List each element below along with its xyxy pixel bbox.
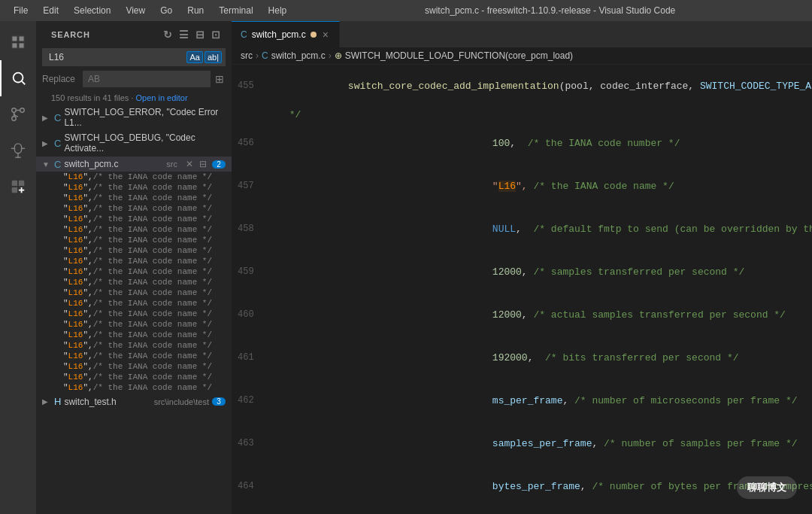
result-item-14[interactable]: "L16", /* the IANA code name */: [36, 309, 232, 319]
sidebar: SEARCH ↻ ☰ ⊟ ⊡ Aa ab| Replace: [36, 21, 232, 514]
result-item-5[interactable]: "L16", /* the IANA code name */: [36, 214, 232, 224]
clear-results-icon[interactable]: ☰: [177, 27, 191, 42]
activity-source-control[interactable]: [0, 96, 36, 132]
line-number-465: 465: [232, 508, 266, 514]
search-header-icons: ↻ ☰ ⊟ ⊡: [162, 27, 223, 42]
result-item-16[interactable]: "L16", /* the IANA code name */: [36, 330, 232, 340]
search-input-wrapper: Aa ab|: [42, 48, 226, 66]
line-number-461: 461: [232, 336, 266, 379]
chevron-right-icon-2: ▶: [42, 139, 51, 148]
code-line-456: 456 100, /* the IANA code number */: [232, 122, 812, 165]
result-item-10[interactable]: "L16", /* the IANA code name */: [36, 266, 232, 277]
svg-rect-9: [12, 181, 17, 186]
result-item-17[interactable]: "L16", /* the IANA code name */: [36, 340, 232, 351]
code-editor[interactable]: 455 switch_core_codec_add_implementation…: [232, 65, 812, 514]
chevron-down-icon: ▼: [42, 160, 51, 169]
line-number: 455: [232, 65, 266, 108]
breadcrumb: src › C switch_pcm.c › ⊕ SWITCH_MODULE_L…: [232, 47, 812, 65]
menu-go[interactable]: Go: [153, 2, 180, 19]
editor-area: C switch_pcm.c × src › C switch_pcm.c › …: [232, 21, 812, 514]
result-count-badge: 2: [212, 160, 226, 169]
result-item-2[interactable]: "L16", /* the IANA code name */: [36, 182, 232, 193]
replace-input[interactable]: [83, 71, 211, 87]
activity-debug[interactable]: [0, 132, 36, 169]
refresh-results-icon[interactable]: ↻: [162, 27, 174, 42]
result-item-15[interactable]: "L16", /* the IANA code name */: [36, 319, 232, 330]
result-item-7[interactable]: "L16", /* the IANA code name */: [36, 235, 232, 245]
line-content-461: 192000, /* bits transferred per second *…: [266, 336, 812, 379]
result-item-8[interactable]: "L16", /* the IANA code name */: [36, 245, 232, 256]
result-item-21[interactable]: "L16", /* the IANA code name */: [36, 382, 232, 393]
code-line-continue: */: [232, 108, 812, 122]
result-item-9[interactable]: "L16", /* the IANA code name */: [36, 256, 232, 266]
result-filename-pcm: switch_pcm.c: [64, 159, 160, 169]
line-number-460: 460: [232, 293, 266, 336]
replace-all-button[interactable]: ⊞: [214, 71, 226, 87]
result-item-1[interactable]: "L16", /* the IANA code name */: [36, 172, 232, 182]
c-tab-icon: C: [241, 29, 247, 40]
breadcrumb-src[interactable]: src: [241, 50, 253, 61]
line-content-460: 12000, /* actual samples transferred per…: [266, 293, 812, 336]
menu-edit[interactable]: Edit: [35, 2, 66, 19]
search-input[interactable]: [46, 50, 186, 64]
result-item-19[interactable]: "L16", /* the IANA code name */: [36, 361, 232, 372]
result-item-6[interactable]: "L16", /* the IANA code name */: [36, 224, 232, 235]
search-options: Aa ab|: [186, 51, 222, 63]
chevron-right-icon-3: ▶: [42, 397, 51, 406]
result-item-20[interactable]: "L16", /* the IANA code name */: [36, 372, 232, 382]
line-content-464: bytes_per_frame, /* number of bytes per …: [266, 465, 812, 508]
breadcrumb-sep-1: ›: [256, 50, 259, 61]
svg-rect-11: [12, 187, 17, 193]
line-content-465: bytes_per_frame, /* number of bytes per …: [266, 508, 812, 514]
result-file-header-switch-pcm[interactable]: ▼ C switch_pcm.c src ✕ ⊟ 2: [36, 157, 232, 172]
menu-run[interactable]: Run: [180, 2, 211, 19]
result-item-12[interactable]: "L16", /* the IANA code name */: [36, 287, 232, 298]
breadcrumb-func-icon: ⊕: [335, 50, 342, 61]
result-item-18[interactable]: "L16", /* the IANA code name */: [36, 351, 232, 361]
result-file-group-switch-log-debug: ▶ C SWITCH_LOG_DEBUG, "Codec Activate...: [36, 131, 232, 155]
result-file-header-switch-log-error[interactable]: ▶ C SWITCH_LOG_ERROR, "Codec Error L1...: [36, 105, 232, 129]
collapse-all-icon[interactable]: ⊟: [194, 27, 207, 42]
code-line-464: 464 bytes_per_frame, /* number of bytes …: [232, 465, 812, 508]
line-number-464: 464: [232, 465, 266, 508]
tab-filename: switch_pcm.c: [252, 29, 306, 40]
match-case-button[interactable]: Aa: [186, 51, 202, 63]
tab-close-button[interactable]: ×: [321, 29, 330, 41]
tabs-bar: C switch_pcm.c ×: [232, 21, 812, 47]
activity-search[interactable]: [0, 60, 36, 96]
svg-point-4: [12, 117, 17, 121]
c-file-icon-2: C: [54, 138, 61, 149]
result-file-header-switch-log-debug[interactable]: ▶ C SWITCH_LOG_DEBUG, "Codec Activate...: [36, 131, 232, 155]
result-item-4[interactable]: "L16", /* the IANA code name */: [36, 203, 232, 214]
menu-bar: File Edit Selection View Go Run Terminal…: [6, 2, 294, 19]
menu-terminal[interactable]: Terminal: [211, 2, 260, 19]
search-title: SEARCH: [51, 30, 90, 39]
menu-view[interactable]: View: [118, 2, 153, 19]
result-file-group-switch-test: ▶ H switch_test.h src\include\test 3: [36, 394, 232, 409]
line-number-456: 456: [232, 122, 266, 165]
match-whole-word-button[interactable]: ab|: [205, 51, 222, 63]
result-file-header-switch-test[interactable]: ▶ H switch_test.h src\include\test 3: [36, 394, 232, 409]
open-in-editor-link[interactable]: Open in editor: [136, 93, 188, 102]
menu-selection[interactable]: Selection: [66, 2, 118, 19]
activity-extensions[interactable]: [0, 169, 36, 205]
result-item-11[interactable]: "L16", /* the IANA code name */: [36, 277, 232, 287]
result-item-3[interactable]: "L16", /* the IANA code name */: [36, 193, 232, 203]
result-item-13[interactable]: "L16", /* the IANA code name */: [36, 298, 232, 309]
menu-file[interactable]: File: [6, 2, 35, 19]
breadcrumb-function[interactable]: SWITCH_MODULE_LOAD_FUNCTION(core_pcm_loa…: [345, 50, 573, 61]
line-number-463: 463: [232, 422, 266, 465]
code-table: 455 switch_core_codec_add_implementation…: [232, 65, 812, 514]
chevron-right-icon: ▶: [42, 114, 51, 122]
replace-file-icon[interactable]: ⊟: [197, 158, 209, 170]
code-line-463: 463 samples_per_frame, /* number of samp…: [232, 422, 812, 465]
c-file-icon-pcm: C: [54, 159, 61, 170]
activity-explorer[interactable]: [0, 24, 36, 60]
tab-switch-pcm[interactable]: C switch_pcm.c ×: [232, 21, 340, 47]
main-layout: SEARCH ↻ ☰ ⊟ ⊡ Aa ab| Replace: [0, 21, 812, 514]
open-new-editor-icon[interactable]: ⊡: [210, 27, 223, 42]
dismiss-file-icon[interactable]: ✕: [183, 158, 195, 170]
breadcrumb-file[interactable]: switch_pcm.c: [271, 50, 326, 61]
activity-bar: [0, 21, 36, 514]
menu-help[interactable]: Help: [261, 2, 295, 19]
